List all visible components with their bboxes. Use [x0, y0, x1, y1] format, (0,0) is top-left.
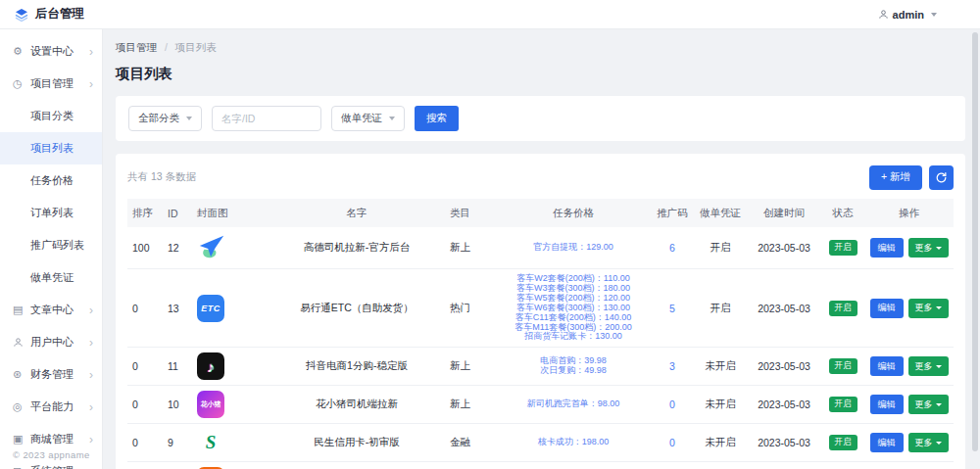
- cell-created-at: 2023-05-03: [747, 348, 821, 386]
- column-header: 做单凭证: [694, 199, 747, 227]
- main-content: 项目管理 / 项目列表 项目列表 全部分类 做单凭证 搜索 共有 13 条数据 …: [103, 29, 980, 469]
- table-row: 010花小猪花小猪司机端拉新新上新司机跑完首单：98.000未开启2023-05…: [127, 386, 954, 424]
- column-header: 类目: [445, 199, 496, 227]
- sidebar-subitem-1-5[interactable]: 做单凭证: [0, 261, 102, 294]
- promo-count-link[interactable]: 6: [669, 242, 675, 254]
- cell-operations: 编辑更多: [864, 424, 954, 462]
- status-badge: 开启: [829, 240, 858, 256]
- more-button-label: 更多: [915, 302, 933, 314]
- list-card-header: 共有 13 条数据 + 新增: [127, 163, 954, 192]
- cell-name: 平安银行信用卡-首刷版: [269, 462, 445, 469]
- cell-operations: 编辑更多: [864, 348, 954, 386]
- cell-created-at: 2023-05-03: [747, 269, 821, 348]
- cell-voucher: 开启: [694, 269, 747, 348]
- minsheng-icon: S: [197, 429, 224, 456]
- sidebar-item-4[interactable]: ⊛财务管理›: [0, 358, 102, 391]
- total-count-text: 共有 13 条数据: [127, 170, 196, 184]
- more-button[interactable]: 更多: [908, 299, 949, 318]
- keyword-input[interactable]: [212, 106, 321, 131]
- cell-promo: 0: [651, 424, 694, 462]
- search-button[interactable]: 搜索: [415, 106, 459, 131]
- more-button[interactable]: 更多: [908, 395, 949, 414]
- table-row: 09S民生信用卡-初审版金融核卡成功：198.000未开启2023-05-03开…: [127, 424, 954, 462]
- cell-prices: 新司机跑完首单：98.00: [496, 386, 651, 424]
- table-row: 08中国平安平安银行平安银行信用卡-首刷版金融首刷成功：298.002未开启20…: [127, 462, 954, 469]
- sidebar-item-label: 设置中心: [30, 44, 89, 59]
- cell-prices: 客车W2套餐(200档)：110.00客车W3套餐(300档)：180.00客车…: [496, 269, 651, 348]
- sidebar-item-3[interactable]: 用户中心›: [0, 326, 102, 358]
- cell-operations: 编辑更多: [864, 269, 954, 348]
- cell-voucher: 未开启: [694, 424, 747, 462]
- cell-prices: 核卡成功：198.00: [496, 424, 651, 462]
- gear-icon: ⚙: [13, 45, 26, 58]
- promo-count-link[interactable]: 0: [669, 437, 675, 448]
- cell-status: 开启: [821, 227, 864, 269]
- sidebar-item-1[interactable]: ◷项目管理›: [0, 68, 102, 100]
- chevron-down-icon: [186, 117, 192, 120]
- cell-id: 10: [163, 386, 192, 424]
- edit-button[interactable]: 编辑: [870, 299, 904, 318]
- cell-voucher: 开启: [694, 227, 747, 269]
- more-button[interactable]: 更多: [908, 238, 949, 258]
- voucher-select[interactable]: 做单凭证: [331, 106, 405, 131]
- user-menu[interactable]: admin: [878, 9, 937, 21]
- caret-down-icon: [936, 306, 942, 309]
- sidebar-item-0[interactable]: ⚙设置中心›: [0, 35, 102, 68]
- caret-down-icon: [936, 365, 942, 368]
- cell-sort: 0: [127, 462, 163, 469]
- category-select-value: 全部分类: [138, 112, 179, 125]
- promo-count-link[interactable]: 3: [669, 360, 675, 372]
- cell-voucher: 未开启: [694, 462, 747, 469]
- sidebar-subitem-1-2[interactable]: 任务价格: [0, 164, 102, 197]
- cell-id: 13: [163, 269, 192, 348]
- sidebar-item-5[interactable]: ◎平台能力›: [0, 391, 102, 423]
- column-header: 排序: [127, 199, 163, 227]
- cell-sort: 0: [127, 386, 163, 424]
- edit-button[interactable]: 编辑: [870, 356, 904, 376]
- breadcrumb-parent[interactable]: 项目管理: [116, 41, 157, 53]
- cell-sort: 100: [127, 227, 163, 269]
- cell-status: 开启: [821, 386, 864, 424]
- cell-status: 开启: [821, 424, 864, 462]
- promo-count-link[interactable]: 5: [669, 303, 675, 314]
- edit-button[interactable]: 编辑: [870, 238, 904, 258]
- cell-cover: S: [192, 424, 269, 462]
- cell-cover: 花小猪: [192, 386, 269, 424]
- row-actions: 编辑更多: [869, 238, 949, 258]
- sidebar-item-2[interactable]: ▤文章中心›: [0, 294, 102, 326]
- cell-promo: 3: [651, 348, 694, 386]
- refresh-button[interactable]: [929, 165, 954, 190]
- caret-down-icon: [936, 247, 942, 250]
- cell-category: 新上: [445, 386, 496, 424]
- cell-status: 开启: [821, 269, 864, 348]
- sidebar-subitem-1-0[interactable]: 项目分类: [0, 100, 102, 132]
- huaxiaozhu-icon: 花小猪: [197, 391, 224, 418]
- cell-cover: 中国平安平安银行: [192, 462, 269, 469]
- vertical-scrollbar[interactable]: [972, 32, 978, 451]
- sidebar-subitem-1-3[interactable]: 订单列表: [0, 197, 102, 229]
- add-button[interactable]: + 新增: [869, 165, 922, 190]
- edit-button[interactable]: 编辑: [870, 433, 904, 452]
- cell-category: 金融: [445, 424, 496, 462]
- brand-title: 后台管理: [35, 6, 84, 23]
- cell-operations: 编辑更多: [864, 227, 954, 269]
- refresh-icon: [935, 171, 948, 184]
- user-name: admin: [893, 9, 924, 21]
- more-button[interactable]: 更多: [908, 356, 949, 376]
- sidebar-subitem-1-1[interactable]: 项目列表: [0, 132, 102, 164]
- cell-category: 热门: [445, 269, 496, 348]
- edit-button[interactable]: 编辑: [870, 395, 904, 414]
- coin-icon: ⊛: [13, 368, 26, 381]
- cell-name: 易行通ETC（自助发货）: [269, 269, 445, 348]
- more-button[interactable]: 更多: [908, 433, 949, 452]
- top-bar: 后台管理 admin: [0, 0, 980, 29]
- sidebar-subitem-1-4[interactable]: 推广码列表: [0, 229, 102, 261]
- cell-id: 8: [163, 462, 192, 469]
- cell-promo: 5: [651, 269, 694, 348]
- grid-icon: ▤: [13, 304, 26, 316]
- more-button-label: 更多: [915, 399, 933, 411]
- promo-count-link[interactable]: 0: [669, 399, 675, 410]
- category-select[interactable]: 全部分类: [128, 106, 202, 131]
- cell-prices: 首刷成功：298.00: [496, 462, 651, 469]
- column-header: 任务价格: [496, 199, 651, 227]
